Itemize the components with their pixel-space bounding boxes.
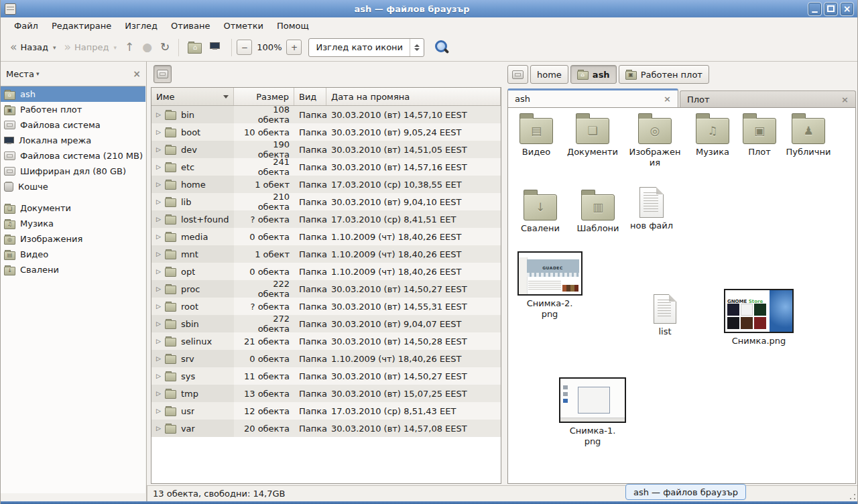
expander-icon[interactable]: ▷ <box>156 303 161 310</box>
icon-item-list[interactable]: list <box>639 294 690 337</box>
expander-icon[interactable]: ▷ <box>156 338 161 344</box>
menu-help[interactable]: Помощ <box>270 19 316 33</box>
expander-icon[interactable]: ▷ <box>156 320 161 327</box>
table-row[interactable]: ▷lib210 обектаПапка30.03.2010 (вт) 9,04,… <box>151 193 501 210</box>
sidebar-title[interactable]: Места <box>6 69 34 79</box>
tab-close-icon[interactable]: × <box>841 94 849 105</box>
close-button[interactable]: × <box>840 2 854 16</box>
icon-item-snimka[interactable]: GNOME Store Снимка.png <box>721 289 796 346</box>
view-mode-select[interactable]: Изглед като икони <box>308 38 424 57</box>
menu-file[interactable]: Файл <box>7 19 45 33</box>
reload-button[interactable]: ↻ <box>156 38 174 56</box>
sidebar-item-downloads[interactable]: ↓ Свалени <box>1 262 145 277</box>
expander-icon[interactable]: ▷ <box>156 251 161 257</box>
icon-item-downloads[interactable]: ↓ Свалени <box>513 188 567 234</box>
sidebar-selector-caret-icon[interactable]: ▾ <box>36 70 133 77</box>
computer-button[interactable] <box>206 39 227 56</box>
sidebar-item-pictures[interactable]: ◎ Изображения <box>1 231 145 247</box>
expander-icon[interactable]: ▷ <box>156 164 161 170</box>
sidebar-item-desktop[interactable]: ▣ Работен плот <box>1 102 145 117</box>
icon-item-documents[interactable]: ❏ Документи <box>563 112 622 158</box>
minimize-button[interactable] <box>808 2 822 16</box>
sidebar-item-home[interactable]: ⌂ ash <box>1 86 145 102</box>
up-button[interactable]: ↑ <box>121 38 138 56</box>
table-row[interactable]: ▷usr12 обектаПапка17.03.2010 (ср) 8,51,4… <box>151 402 501 420</box>
sidebar-item-filesystem[interactable]: Файлова система <box>1 117 145 133</box>
tab-close-icon[interactable]: × <box>664 94 671 104</box>
forward-button[interactable]: » Напред ▾ <box>60 38 121 56</box>
table-row[interactable]: ▷var20 обектаПапка30.03.2010 (вт) 14,57,… <box>151 420 501 437</box>
menu-go[interactable]: Отиване <box>164 19 217 33</box>
breadcrumb-root-button[interactable] <box>507 65 528 84</box>
icon-item-new-file[interactable]: нов файл <box>626 187 677 231</box>
icon-item-public[interactable]: ♟ Публични <box>782 112 835 158</box>
icon-item-pictures[interactable]: ◎ Изображен ия <box>626 112 684 168</box>
column-header-name[interactable]: Име <box>151 88 234 105</box>
table-row[interactable]: ▷etc241 обектаПапка30.03.2010 (вт) 14,57… <box>151 158 501 176</box>
stop-button[interactable]: ● <box>138 38 156 56</box>
view-mode-spinner-icon[interactable] <box>410 39 424 56</box>
expander-icon[interactable]: ▷ <box>156 198 161 205</box>
expander-icon[interactable]: ▷ <box>156 233 161 240</box>
expander-icon[interactable]: ▷ <box>156 390 161 397</box>
expander-icon[interactable]: ▷ <box>156 268 161 275</box>
icon-item-snimka2[interactable]: GUADEC Снимка-2. png <box>515 251 585 320</box>
sidebar-item-filesystem-210mb[interactable]: Файлова система (210 MB) <box>1 148 145 164</box>
icon-item-video[interactable]: ▤ Видео <box>511 112 562 158</box>
tab-plot[interactable]: Плот × <box>680 90 856 107</box>
expander-icon[interactable]: ▷ <box>156 355 161 362</box>
table-row[interactable]: ▷lost+found? обектаПапка17.03.2010 (ср) … <box>151 210 501 228</box>
icon-item-snimka1[interactable]: Снимка-1. png <box>558 377 627 447</box>
sidebar-item-music[interactable]: ♫ Музика <box>1 216 145 231</box>
icon-item-music[interactable]: ♫ Музика <box>688 112 737 158</box>
menu-edit[interactable]: Редактиране <box>45 19 118 33</box>
expander-icon[interactable]: ▷ <box>156 111 161 118</box>
sidebar-item-encrypted-volume[interactable]: Шифриран дял (80 GB) <box>1 164 145 179</box>
expander-icon[interactable]: ▷ <box>156 181 161 188</box>
back-button[interactable]: « Назад ▾ <box>6 38 60 56</box>
sidebar-item-documents[interactable]: ❏ Документи <box>1 200 145 216</box>
table-row[interactable]: ▷media0 обектаПапка1.10.2009 (чт) 18,40,… <box>151 228 501 245</box>
table-row[interactable]: ▷root? обектаПапка30.03.2010 (вт) 14,55,… <box>151 298 501 315</box>
expander-icon[interactable]: ▷ <box>156 129 161 135</box>
search-button[interactable] <box>434 40 450 56</box>
column-header-type[interactable]: Вид <box>294 88 326 105</box>
sidebar-close-icon[interactable]: × <box>133 68 141 79</box>
table-row[interactable]: ▷opt0 обектаПапка1.10.2009 (чт) 18,40,26… <box>151 263 501 280</box>
table-row[interactable]: ▷boot10 обектаПапка30.03.2010 (вт) 9,05,… <box>151 123 501 141</box>
breadcrumb-ash-button[interactable]: ⌂ ash <box>570 65 617 84</box>
icon-item-templates[interactable]: ▥ Шаблони <box>570 188 626 234</box>
breadcrumb-home-button[interactable]: home <box>530 65 568 84</box>
root-location-button[interactable] <box>154 65 172 83</box>
table-row[interactable]: ▷tmp13 обектаПапка30.03.2010 (вт) 15,07,… <box>151 385 501 402</box>
table-row[interactable]: ▷mnt1 обектПапка1.10.2009 (чт) 18,40,26 … <box>151 245 501 263</box>
table-row[interactable]: ▷srv0 обектаПапка1.10.2009 (чт) 18,40,26… <box>151 350 501 367</box>
expander-icon[interactable]: ▷ <box>156 286 161 292</box>
menu-view[interactable]: Изглед <box>118 19 164 33</box>
table-row[interactable]: ▷bin108 обектаПапка30.03.2010 (вт) 14,57… <box>151 106 501 123</box>
menu-bookmarks[interactable]: Отметки <box>217 19 269 33</box>
expander-icon[interactable]: ▷ <box>156 407 161 414</box>
table-row[interactable]: ▷proc222 обектаПапка30.03.2010 (вт) 14,5… <box>151 280 501 298</box>
table-row[interactable]: ▷selinux21 обектаПапка30.03.2010 (вт) 14… <box>151 332 501 350</box>
sidebar-item-trash[interactable]: Кошче <box>1 179 145 194</box>
column-header-date[interactable]: Дата на промяна <box>326 88 501 105</box>
sidebar-item-local-network[interactable]: Локална мрежа <box>1 133 145 148</box>
sidebar-item-video[interactable]: ▤ Видео <box>1 247 145 262</box>
tab-ash[interactable]: ash × <box>507 88 678 107</box>
back-history-caret-icon[interactable]: ▾ <box>53 44 56 51</box>
icon-item-desktop[interactable]: ▣ Плот <box>739 112 780 158</box>
table-row[interactable]: ▷sbin272 обектаПапка30.03.2010 (вт) 9,04… <box>151 315 501 332</box>
home-button[interactable]: ⌂ <box>184 38 206 57</box>
resize-grip[interactable] <box>849 493 856 500</box>
zoom-in-button[interactable]: + <box>286 40 302 55</box>
table-row[interactable]: ▷dev190 обектаПапка30.03.2010 (вт) 14,51… <box>151 141 501 158</box>
maximize-button[interactable] <box>824 2 838 16</box>
table-row[interactable]: ▷home1 обектПапка17.03.2010 (ср) 10,38,5… <box>151 176 501 193</box>
expander-icon[interactable]: ▷ <box>156 146 161 153</box>
expander-icon[interactable]: ▷ <box>156 373 161 379</box>
column-header-size[interactable]: Размер <box>234 88 294 105</box>
breadcrumb-desktop-button[interactable]: ▣ Работен плот <box>619 65 709 84</box>
zoom-out-button[interactable]: − <box>237 40 252 55</box>
expander-icon[interactable]: ▷ <box>156 216 161 223</box>
